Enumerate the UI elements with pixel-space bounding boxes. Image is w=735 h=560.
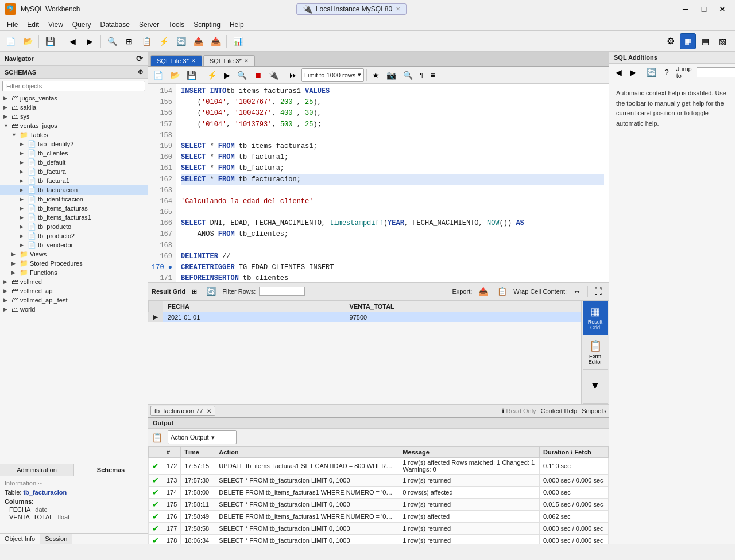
menu-view[interactable]: View — [44, 20, 68, 30]
tb-forward[interactable]: ▶ — [82, 33, 98, 49]
sql-add-forward[interactable]: ▶ — [627, 65, 639, 79]
arrow-tab-identity2[interactable]: ▶ — [20, 141, 28, 147]
arrow-vollmed-api[interactable]: ▶ — [3, 288, 11, 294]
wrap-btn[interactable]: ↔ — [570, 285, 584, 298]
ed-save[interactable]: 💾 — [184, 68, 199, 82]
ed-execute[interactable]: ⚡ — [204, 68, 220, 82]
minimize-button[interactable]: ─ — [678, 3, 694, 15]
tb-tables[interactable]: ⊞ — [121, 33, 137, 49]
tree-tb-vendedor[interactable]: ▶ 📄 tb_vendedor — [0, 240, 148, 250]
nav-tab-schemas[interactable]: Schemas — [74, 464, 148, 476]
output-scroll[interactable]: # Time Action Message Duration / Fetch ✔… — [148, 446, 609, 544]
ed-execute-sel[interactable]: ▶ — [221, 68, 233, 82]
arrow-tb-facturacion[interactable]: ▶ — [20, 187, 28, 193]
menu-server[interactable]: Server — [134, 20, 164, 30]
tb-settings[interactable]: ⚙ — [663, 33, 679, 49]
tree-sys[interactable]: ▶ 🗃 sys — [0, 112, 148, 121]
schemas-actions[interactable]: ⊕ — [138, 68, 143, 76]
arrow-functions[interactable]: ▶ — [11, 270, 20, 275]
nav-tab-administration[interactable]: Administration — [0, 464, 74, 476]
ed-more[interactable]: ≡ — [427, 68, 438, 82]
sql-add-back[interactable]: ◀ — [613, 65, 625, 79]
ed-open[interactable]: 📂 — [167, 68, 183, 82]
tree-jugos-ventas[interactable]: ▶ 🗃 jugos_ventas — [0, 94, 148, 103]
close-button[interactable]: ✕ — [714, 3, 730, 15]
ed-explain[interactable]: 🔍 — [234, 68, 250, 82]
tb-view2[interactable]: ▤ — [697, 33, 713, 49]
tree-stored-procs[interactable]: ▶ 📁 Stored Procedures — [0, 259, 148, 268]
tb-view3[interactable]: ▧ — [714, 33, 730, 49]
arrow-tb-vendedor[interactable]: ▶ — [20, 242, 28, 248]
ed-linenum[interactable]: ¶ — [417, 68, 426, 82]
tree-tb-items-facturas1[interactable]: ▶ 📄 tb_items_facturas1 — [0, 213, 148, 222]
tree-vollmed[interactable]: ▶ 🗃 vollmed — [0, 277, 148, 286]
arrow-sakila[interactable]: ▶ — [3, 104, 11, 110]
ed-search[interactable]: 🔍 — [400, 68, 416, 82]
form-editor-btn[interactable]: 📋 FormEditor — [583, 335, 608, 370]
menu-database[interactable]: Database — [96, 20, 134, 30]
tree-tb-clientes[interactable]: ▶ 📄 tb_clientes — [0, 149, 148, 158]
ed-new[interactable]: 📄 — [150, 68, 166, 82]
grid-format-btn[interactable]: ⊞ — [189, 285, 200, 298]
tree-tb-producto[interactable]: ▶ 📄 tb_producto — [0, 222, 148, 231]
result-grid-btn[interactable]: ▦ ResultGrid — [583, 301, 608, 335]
export-csv-btn[interactable]: 📋 — [494, 285, 510, 298]
tb-view1[interactable]: ▦ — [680, 33, 696, 49]
tb-back[interactable]: ◀ — [64, 33, 80, 49]
sql-add-refresh[interactable]: 🔄 — [644, 65, 659, 79]
arrow-tb-clientes[interactable]: ▶ — [20, 150, 28, 156]
arrow-ventas-jugos[interactable]: ▼ — [3, 123, 11, 129]
expand-btn[interactable]: ⛶ — [591, 285, 605, 298]
arrow-tb-items-facturas[interactable]: ▶ — [20, 205, 28, 211]
action-output-dropdown[interactable]: Action Output ▾ — [168, 430, 237, 444]
menu-query[interactable]: Query — [68, 20, 96, 30]
menu-help[interactable]: Help — [225, 20, 249, 30]
ed-skip[interactable]: ⏭ — [287, 68, 300, 82]
sql-tab-1[interactable]: SQL File 3* ✕ — [150, 55, 202, 66]
tb-export[interactable]: 📤 — [190, 33, 206, 49]
arrow-tb-factura[interactable]: ▶ — [20, 169, 28, 174]
tree-ventas-jugos[interactable]: ▼ 🗃 ventas_jugos — [0, 121, 148, 130]
tree-world[interactable]: ▶ 🗃 world — [0, 305, 148, 314]
arrow-tb-factura1[interactable]: ▶ — [20, 178, 28, 184]
tree-tables[interactable]: ▼ 📁 Tables — [0, 130, 148, 139]
sql-tab-2-close[interactable]: ✕ — [244, 58, 249, 64]
sql-add-context[interactable]: ? — [662, 65, 672, 79]
tree-sakila[interactable]: ▶ 🗃 sakila — [0, 103, 148, 112]
tree-tb-facturacion[interactable]: ▶ 📄 tb_facturacion — [0, 185, 148, 195]
tree-vollmed-api-test[interactable]: ▶ 🗃 vollmed_api_test — [0, 295, 148, 305]
tree-tab-identity2[interactable]: ▶ 📄 tab_identity2 — [0, 139, 148, 149]
nav-refresh[interactable]: ⟳ — [136, 54, 143, 63]
arrow-tb-producto2[interactable]: ▶ — [20, 233, 28, 239]
tb-import[interactable]: 📥 — [207, 33, 223, 49]
tb-new[interactable]: 📄 — [2, 33, 18, 49]
tree-tb-factura[interactable]: ▶ 📄 tb_factura — [0, 167, 148, 176]
result-row-1[interactable]: ▶ 2021-01-01 97500 — [149, 312, 581, 322]
arrow-tb-producto[interactable]: ▶ — [20, 224, 28, 230]
tb-inspect[interactable]: 🔍 — [104, 33, 120, 49]
limit-dropdown[interactable]: Limit to 1000 rows ▾ — [301, 68, 364, 82]
arrow-vollmed-api-test[interactable]: ▶ — [3, 297, 11, 303]
tree-tb-default[interactable]: ▶ 📄 tb_default — [0, 158, 148, 167]
arrow-views[interactable]: ▶ — [11, 251, 20, 257]
ed-stop[interactable]: ⏹ — [251, 68, 265, 82]
tree-tb-identificacion[interactable]: ▶ 📄 tb_identificacion — [0, 195, 148, 204]
tree-tb-items-facturas[interactable]: ▶ 📄 tb_items_facturas — [0, 204, 148, 213]
tb-performance[interactable]: 📊 — [230, 33, 246, 49]
tb-open[interactable]: 📂 — [20, 33, 36, 49]
ed-reconnect[interactable]: 🔌 — [266, 68, 281, 82]
code-area[interactable]: 154 155 156 157 158 159 160 161 162 163 … — [148, 84, 609, 282]
arrow-tb-identificacion[interactable]: ▶ — [20, 196, 28, 202]
jump-to-input[interactable] — [697, 67, 735, 77]
tb-query[interactable]: ⚡ — [156, 33, 172, 49]
arrow-tables[interactable]: ▼ — [11, 132, 20, 138]
code-content[interactable]: INSERT INTO tb_items_facturas1 VALUES ('… — [176, 84, 609, 282]
snippets-tab[interactable]: Snippets — [582, 407, 606, 414]
menu-scripting[interactable]: Scripting — [189, 20, 225, 30]
filter-input[interactable] — [2, 81, 145, 91]
arrow-stored-procs[interactable]: ▶ — [11, 260, 20, 266]
result-tab-label[interactable]: tb_facturacion 77 ✕ — [150, 406, 215, 416]
menu-tools[interactable]: Tools — [164, 20, 189, 30]
instance-tab[interactable]: 🔌 Local instance MySQL80 ✕ — [296, 3, 407, 15]
menu-edit[interactable]: Edit — [22, 20, 44, 30]
